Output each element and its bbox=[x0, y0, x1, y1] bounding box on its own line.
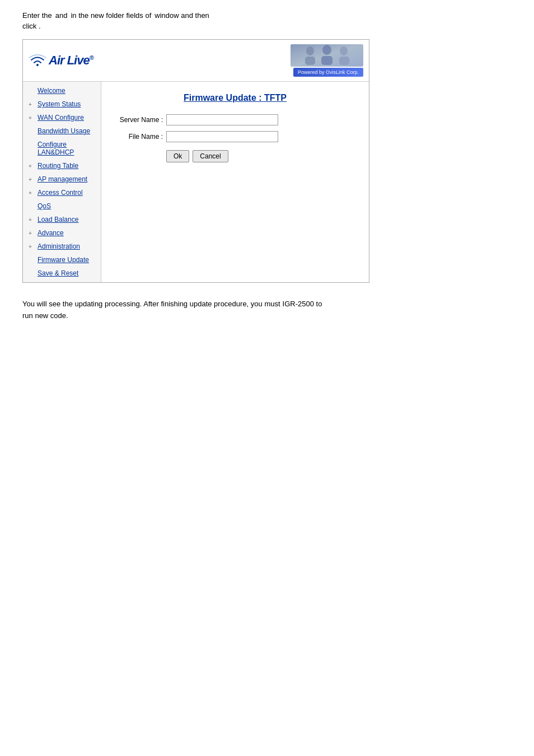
expand-ap-icon[interactable]: + bbox=[29, 176, 35, 183]
click-dot: . bbox=[39, 22, 41, 30]
expand-bandwidth-placeholder bbox=[29, 128, 35, 134]
expand-routing-icon[interactable]: + bbox=[29, 163, 35, 169]
sidebar-item-system-status[interactable]: + System Status bbox=[23, 97, 101, 111]
sidebar-item-firmware-update[interactable]: Firmware Update bbox=[23, 253, 101, 267]
svg-rect-7 bbox=[339, 57, 349, 65]
sidebar-link-routing-table[interactable]: Routing Table bbox=[38, 162, 78, 170]
sidebar-link-bandwidth-usage[interactable]: Bandwidth Usage bbox=[38, 127, 90, 135]
wifi-icon bbox=[29, 54, 46, 67]
sidebar-item-bandwidth-usage[interactable]: Bandwidth Usage bbox=[23, 124, 101, 138]
ui-header: Air Live® bbox=[23, 40, 369, 82]
expand-qos-placeholder bbox=[29, 203, 35, 209]
sidebar-link-system-status[interactable]: System Status bbox=[38, 100, 81, 108]
sidebar-item-wan-configure[interactable]: + WAN Configure bbox=[23, 111, 101, 124]
svg-point-4 bbox=[322, 45, 331, 55]
cancel-button[interactable]: Cancel bbox=[193, 150, 228, 162]
sidebar-item-configure-lan-dhcp[interactable]: Configure LAN&DHCP bbox=[23, 138, 101, 159]
sidebar-link-configure-lan-dhcp[interactable]: Configure LAN&DHCP bbox=[38, 141, 95, 156]
instruction-part4: window and then bbox=[154, 11, 209, 20]
svg-rect-3 bbox=[305, 57, 315, 65]
sidebar-link-advance[interactable]: Advance bbox=[38, 229, 64, 237]
expand-save-placeholder bbox=[29, 270, 35, 277]
bottom-text-1: You will see the updating processing. Af… bbox=[22, 300, 280, 308]
svg-point-6 bbox=[340, 46, 348, 55]
server-name-input[interactable] bbox=[166, 114, 278, 125]
ui-frame: Air Live® bbox=[22, 39, 369, 283]
sidebar-link-load-balance[interactable]: Load Balance bbox=[38, 216, 78, 223]
svg-rect-5 bbox=[321, 56, 332, 65]
instruction-part2: and bbox=[55, 11, 68, 20]
sidebar-link-wan-configure[interactable]: WAN Configure bbox=[38, 114, 84, 122]
expand-firmware-placeholder bbox=[29, 257, 35, 263]
click-text: click bbox=[22, 22, 36, 30]
sidebar: Welcome + System Status + WAN Configure … bbox=[23, 82, 101, 282]
expand-wan-icon[interactable]: + bbox=[29, 115, 35, 121]
sidebar-item-qos[interactable]: QoS bbox=[23, 199, 101, 213]
file-name-label: File Name : bbox=[113, 133, 163, 141]
powered-badge: Powered by OvisLink Corp. bbox=[293, 68, 363, 77]
expand-system-status-icon[interactable]: + bbox=[29, 101, 35, 108]
expand-admin-icon[interactable]: + bbox=[29, 244, 35, 250]
sidebar-item-administration[interactable]: + Administration bbox=[23, 240, 101, 253]
bottom-text-3: run new code. bbox=[22, 311, 512, 320]
server-name-row: Server Name : bbox=[113, 114, 358, 125]
sidebar-item-save-reset[interactable]: Save & Reset bbox=[23, 267, 101, 280]
sidebar-link-ap-management[interactable]: AP management bbox=[38, 175, 87, 183]
ok-button[interactable]: Ok bbox=[166, 150, 189, 162]
expand-advance-icon[interactable]: + bbox=[29, 230, 35, 236]
header-photo bbox=[291, 44, 363, 67]
sidebar-item-welcome[interactable]: Welcome bbox=[23, 84, 101, 97]
expand-placeholder bbox=[29, 88, 35, 94]
bottom-text-2: IGR-2500 to bbox=[283, 300, 322, 308]
sidebar-link-welcome[interactable]: Welcome bbox=[38, 87, 65, 95]
sidebar-link-save-reset[interactable]: Save & Reset bbox=[38, 269, 78, 277]
sidebar-link-access-control[interactable]: Access Control bbox=[38, 189, 83, 197]
logo-text: Air Live® bbox=[49, 53, 93, 68]
content-title: Firmware Update : TFTP bbox=[113, 93, 358, 103]
logo-container: Air Live® bbox=[29, 53, 93, 68]
expand-load-icon[interactable]: + bbox=[29, 217, 35, 223]
sidebar-item-advance[interactable]: + Advance bbox=[23, 226, 101, 240]
instruction-part3: in the new folder fields of bbox=[71, 11, 151, 20]
expand-access-icon[interactable]: + bbox=[29, 190, 35, 196]
file-name-input[interactable] bbox=[166, 131, 278, 142]
instruction-part1: Enter the bbox=[22, 11, 52, 20]
server-name-label: Server Name : bbox=[113, 116, 163, 124]
sidebar-item-access-control[interactable]: + Access Control bbox=[23, 186, 101, 199]
svg-point-2 bbox=[306, 46, 314, 55]
sidebar-link-firmware-update[interactable]: Firmware Update bbox=[38, 256, 89, 264]
content-area: Firmware Update : TFTP Server Name : Fil… bbox=[101, 82, 369, 282]
sidebar-item-load-balance[interactable]: + Load Balance bbox=[23, 213, 101, 226]
svg-point-0 bbox=[36, 64, 39, 66]
expand-lan-placeholder bbox=[29, 146, 35, 152]
powered-area: Powered by OvisLink Corp. bbox=[291, 44, 363, 77]
sidebar-item-ap-management[interactable]: + AP management bbox=[23, 172, 101, 186]
sidebar-link-qos[interactable]: QoS bbox=[38, 202, 51, 210]
sidebar-link-administration[interactable]: Administration bbox=[38, 242, 80, 250]
file-name-row: File Name : bbox=[113, 131, 358, 142]
sidebar-item-routing-table[interactable]: + Routing Table bbox=[23, 159, 101, 172]
button-row: Ok Cancel bbox=[166, 150, 358, 162]
